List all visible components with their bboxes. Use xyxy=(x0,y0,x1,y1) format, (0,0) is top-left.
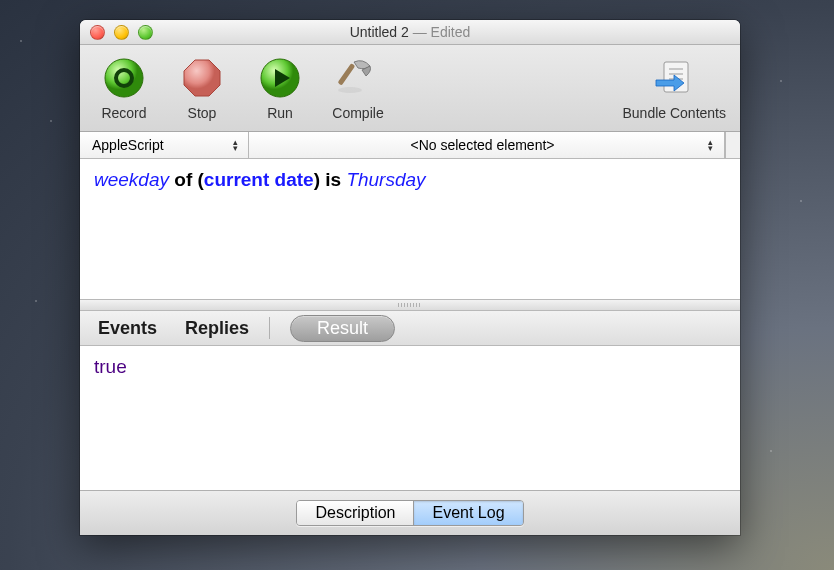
traffic-lights xyxy=(80,25,153,40)
applescript-editor-window: Untitled 2 — Edited Record xyxy=(80,20,740,535)
element-selector[interactable]: <No selected element> ▴▾ xyxy=(249,132,725,158)
stepper-icon: ▴▾ xyxy=(704,139,718,151)
compile-label: Compile xyxy=(332,105,383,121)
close-button[interactable] xyxy=(90,25,105,40)
code-token: is xyxy=(320,169,346,190)
bundle-contents-icon xyxy=(651,55,697,101)
language-value: AppleScript xyxy=(92,137,164,153)
svg-rect-5 xyxy=(337,63,355,86)
compile-icon xyxy=(335,55,381,101)
tab-events[interactable]: Events xyxy=(98,318,157,339)
stop-icon xyxy=(179,55,225,101)
svg-point-6 xyxy=(338,87,362,93)
code-token: of xyxy=(169,169,198,190)
element-value: <No selected element> xyxy=(411,137,555,153)
result-output-area[interactable]: true xyxy=(80,346,740,490)
toolbar: Record Stop xyxy=(80,45,740,132)
run-icon xyxy=(257,55,303,101)
code-token: Thursday xyxy=(346,169,425,190)
splitter-handle[interactable] xyxy=(80,300,740,311)
code-token: current date xyxy=(204,169,314,190)
zoom-button[interactable] xyxy=(138,25,153,40)
tab-event-log[interactable]: Event Log xyxy=(413,501,522,525)
tab-divider xyxy=(269,317,270,339)
view-segmented-control: Description Event Log xyxy=(296,500,523,526)
stop-button[interactable]: Stop xyxy=(172,55,232,121)
titlebar: Untitled 2 — Edited xyxy=(80,20,740,45)
tab-description[interactable]: Description xyxy=(297,501,413,525)
record-button[interactable]: Record xyxy=(94,55,154,121)
window-title: Untitled 2 — Edited xyxy=(80,24,740,40)
log-tab-bar: Events Replies Result xyxy=(80,311,740,346)
run-label: Run xyxy=(267,105,293,121)
result-value: true xyxy=(94,356,127,377)
bundle-contents-button[interactable]: Bundle Contents xyxy=(622,55,726,121)
title-main: Untitled 2 xyxy=(350,24,409,40)
stop-label: Stop xyxy=(188,105,217,121)
title-edited-suffix: — Edited xyxy=(409,24,470,40)
language-selector[interactable]: AppleScript ▴▾ xyxy=(80,132,249,158)
bottom-bar: Description Event Log xyxy=(80,490,740,535)
stepper-icon: ▴▾ xyxy=(228,139,242,151)
svg-marker-2 xyxy=(184,60,220,96)
record-icon xyxy=(101,55,147,101)
minimize-button[interactable] xyxy=(114,25,129,40)
compile-button[interactable]: Compile xyxy=(328,55,388,121)
tab-result[interactable]: Result xyxy=(290,315,395,342)
record-label: Record xyxy=(101,105,146,121)
code-token: weekday xyxy=(94,169,169,190)
selector-endcap xyxy=(725,132,740,158)
tab-replies[interactable]: Replies xyxy=(185,318,249,339)
selector-bar: AppleScript ▴▾ <No selected element> ▴▾ xyxy=(80,132,740,159)
svg-point-0 xyxy=(105,59,143,97)
run-button[interactable]: Run xyxy=(250,55,310,121)
bundle-contents-label: Bundle Contents xyxy=(622,105,726,121)
script-editor-area[interactable]: weekday of (current date) is Thursday xyxy=(80,159,740,300)
